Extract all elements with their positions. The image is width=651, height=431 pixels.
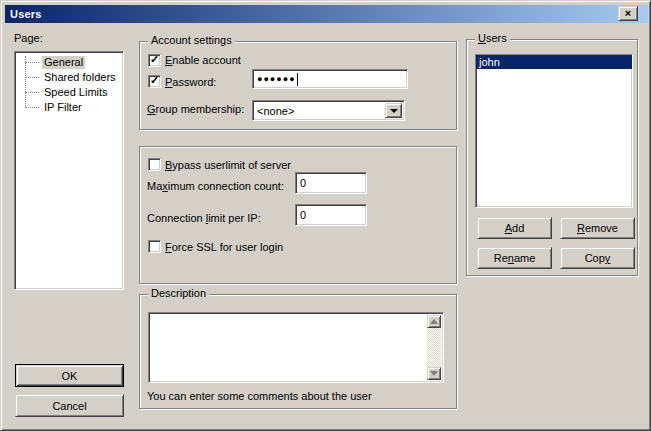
password-checkbox[interactable]: ✓ <box>148 75 161 88</box>
close-button[interactable]: × <box>618 6 638 21</box>
tree-item-general[interactable]: General <box>15 55 123 70</box>
force-ssl-checkbox[interactable] <box>148 240 161 253</box>
ip-limit-value: 0 <box>300 209 306 221</box>
bypass-userlimit-label[interactable]: Bypass userlimit of server <box>165 159 291 172</box>
ip-limit-label: Connection limit per IP: <box>147 212 261 225</box>
account-settings-group: Account settings ✓ Enable account ✓ Pass… <box>139 41 457 130</box>
arrow-down-icon <box>430 371 438 376</box>
dropdown-button[interactable] <box>385 103 402 118</box>
enable-account-label[interactable]: Enable account <box>165 54 241 67</box>
checkmark-icon: ✓ <box>150 75 159 86</box>
text-caret <box>297 73 298 86</box>
description-hint: You can enter some comments about the us… <box>147 390 372 403</box>
group-membership-select[interactable]: <none> <box>252 100 405 121</box>
force-ssl-label[interactable]: Force SSL for user login <box>165 241 283 254</box>
account-settings-title: Account settings <box>148 34 235 46</box>
page-label: Page: <box>14 32 43 45</box>
page-tree: General Shared folders Speed Limits IP F… <box>14 51 124 290</box>
enable-account-checkbox[interactable]: ✓ <box>148 54 161 67</box>
password-value: ●●●●●● <box>257 75 296 84</box>
window-title: Users <box>5 8 42 20</box>
max-connections-label: Maximum connection count: <box>147 180 284 193</box>
chevron-down-icon <box>390 109 398 113</box>
description-textarea[interactable] <box>148 312 444 383</box>
description-title: Description <box>148 287 209 299</box>
copy-button[interactable]: Copy <box>560 247 635 269</box>
users-group-title: Users <box>475 32 510 44</box>
description-group: Description You can enter some comments … <box>139 294 457 409</box>
rename-button[interactable]: Rename <box>477 247 552 269</box>
scroll-up-button[interactable] <box>427 315 441 328</box>
ok-button[interactable]: OK <box>15 364 124 387</box>
tree-item-ip-filter[interactable]: IP Filter <box>15 100 123 115</box>
max-connections-input[interactable]: 0 <box>295 172 367 194</box>
description-scrollbar[interactable] <box>427 315 441 380</box>
arrow-up-icon <box>430 319 438 324</box>
checkmark-icon: ✓ <box>150 54 159 65</box>
group-membership-value: <none> <box>257 105 294 117</box>
user-list-item[interactable]: john <box>476 55 632 69</box>
users-group: Users john Add Remove Rename Copy <box>466 39 638 276</box>
ip-limit-input[interactable]: 0 <box>295 204 367 226</box>
connection-limits-group: Bypass userlimit of server Maximum conne… <box>139 146 457 284</box>
tree-item-speed-limits[interactable]: Speed Limits <box>15 85 123 100</box>
remove-button[interactable]: Remove <box>560 217 635 239</box>
users-listbox[interactable]: john <box>475 54 633 208</box>
bypass-userlimit-checkbox[interactable] <box>148 158 161 171</box>
max-connections-value: 0 <box>300 177 306 189</box>
scroll-down-button[interactable] <box>427 367 441 380</box>
group-membership-label: Group membership: <box>147 103 244 116</box>
users-dialog: Users × Page: General Shared folders Spe… <box>0 0 651 431</box>
tree-item-shared-folders[interactable]: Shared folders <box>15 70 123 85</box>
cancel-button[interactable]: Cancel <box>15 394 124 417</box>
password-label[interactable]: Password: <box>165 76 216 89</box>
titlebar[interactable]: Users × <box>5 5 648 23</box>
add-button[interactable]: Add <box>477 217 552 239</box>
password-input[interactable]: ●●●●●● <box>252 69 408 89</box>
close-icon: × <box>625 8 631 19</box>
